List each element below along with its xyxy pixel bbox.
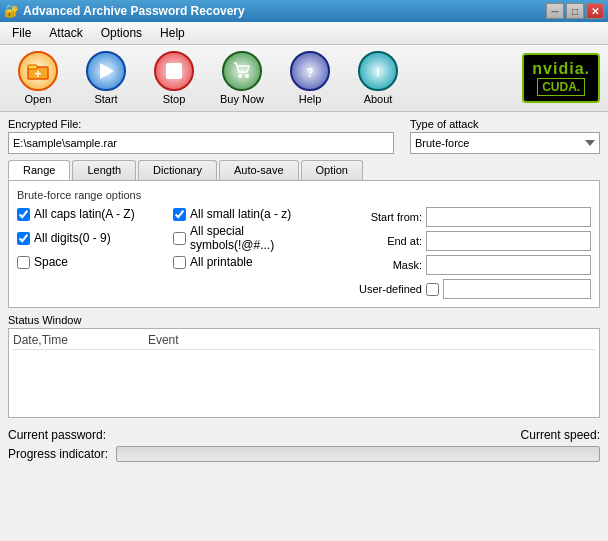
menu-help[interactable]: Help [152,24,193,42]
svg-marker-3 [100,63,114,79]
buynow-button[interactable]: Buy Now [212,49,272,107]
encrypted-file-input[interactable] [8,132,394,154]
status-window: Date,Time Event [8,328,600,418]
nvidia-text: nvidia. [532,60,590,78]
file-row: Encrypted File: Type of attack Brute-for… [8,118,600,154]
help-button[interactable]: ? Help [280,49,340,107]
start-from-input[interactable] [426,207,591,227]
buynow-icon [222,51,262,91]
user-defined-row: User-defined [342,279,591,299]
checkbox-printable[interactable]: All printable [173,255,326,269]
menu-options[interactable]: Options [93,24,150,42]
window-controls: ─ □ ✕ [546,3,604,19]
start-from-row: Start from: [342,207,591,227]
help-icon: ? [290,51,330,91]
end-at-label: End at: [342,235,422,247]
minimize-button[interactable]: ─ [546,3,564,19]
main-content: Encrypted File: Type of attack Brute-for… [0,112,608,424]
user-defined-checkbox[interactable] [426,283,439,296]
title-bar: 🔐 Advanced Archive Password Recovery ─ □… [0,0,608,22]
tab-dictionary[interactable]: Dictionary [138,160,217,180]
stop-label: Stop [163,93,186,105]
bf-checkboxes: All caps latin(A - Z) All small latin(a … [17,207,326,299]
start-icon [86,51,126,91]
start-button[interactable]: Start [76,49,136,107]
mask-row: Mask: [342,255,591,275]
open-button[interactable]: + Open [8,49,68,107]
options-panel: Brute-force range options All caps latin… [8,180,600,308]
tab-length[interactable]: Length [72,160,136,180]
bf-layout: All caps latin(A - Z) All small latin(a … [17,207,591,299]
checkbox-caps[interactable]: All caps latin(A - Z) [17,207,170,221]
checkbox-printable-input[interactable] [173,256,186,269]
end-at-row: End at: [342,231,591,251]
stop-button[interactable]: Stop [144,49,204,107]
col-datetime: Date,Time [13,333,68,347]
svg-point-5 [238,74,242,78]
nvidia-cuda-logo: nvidia. CUDA. [522,53,600,103]
user-defined-input[interactable] [443,279,591,299]
bf-fields: Start from: End at: Mask: User-defined [342,207,591,299]
buynow-label: Buy Now [220,93,264,105]
window-title: Advanced Archive Password Recovery [23,4,245,18]
stop-icon [154,51,194,91]
tab-autosave[interactable]: Auto-save [219,160,299,180]
svg-rect-4 [166,63,182,79]
menu-bar: File Attack Options Help [0,22,608,45]
end-at-input[interactable] [426,231,591,251]
attack-type-select[interactable]: Brute-force Dictionary Smart force Plain… [410,132,600,154]
user-defined-label: User-defined [342,283,422,295]
tabs: Range Length Dictionary Auto-save Option [8,160,600,180]
bottom-bar: Current password: Current speed: Progres… [0,424,608,466]
checkbox-space[interactable]: Space [17,255,170,269]
attack-group: Type of attack Brute-force Dictionary Sm… [410,118,600,154]
menu-file[interactable]: File [4,24,39,42]
start-label: Start [94,93,117,105]
start-from-label: Start from: [342,211,422,223]
about-icon: i [358,51,398,91]
status-section: Status Window Date,Time Event [8,314,600,418]
mask-input[interactable] [426,255,591,275]
checkbox-small[interactable]: All small latin(a - z) [173,207,326,221]
checkbox-special-input[interactable] [173,232,186,245]
menu-attack[interactable]: Attack [41,24,90,42]
checkbox-digits[interactable]: All digits(0 - 9) [17,224,170,252]
about-button[interactable]: i About [348,49,408,107]
bottom-row1: Current password: Current speed: [8,428,600,442]
svg-point-6 [245,74,249,78]
toolbar: + Open Start Stop Buy Now ? Help i About… [0,45,608,112]
checkbox-special[interactable]: All special symbols(!@#...) [173,224,326,252]
help-label: Help [299,93,322,105]
mask-label: Mask: [342,259,422,271]
svg-text:?: ? [306,66,313,80]
tab-range[interactable]: Range [8,160,70,180]
progress-bar [116,446,600,462]
tabs-container: Range Length Dictionary Auto-save Option… [8,160,600,308]
checkbox-caps-label: All caps latin(A - Z) [34,207,135,221]
current-speed-label: Current speed: [521,428,600,442]
app-icon: 🔐 [4,4,19,18]
checkbox-caps-input[interactable] [17,208,30,221]
maximize-button[interactable]: □ [566,3,584,19]
close-button[interactable]: ✕ [586,3,604,19]
checkbox-small-label: All small latin(a - z) [190,207,291,221]
checkbox-special-label: All special symbols(!@#...) [190,224,326,252]
panel-title: Brute-force range options [17,189,591,201]
progress-row: Progress indicator: [8,446,600,462]
col-event: Event [148,333,179,347]
attack-type-label: Type of attack [410,118,600,130]
encrypted-file-label: Encrypted File: [8,118,394,130]
open-icon: + [18,51,58,91]
current-password-label: Current password: [8,428,106,442]
cuda-text: CUDA. [537,78,585,96]
svg-text:+: + [34,67,41,81]
status-label: Status Window [8,314,600,326]
status-header: Date,Time Event [13,333,595,350]
checkbox-space-input[interactable] [17,256,30,269]
file-group: Encrypted File: [8,118,394,154]
checkbox-digits-input[interactable] [17,232,30,245]
checkbox-digits-label: All digits(0 - 9) [34,231,111,245]
about-label: About [364,93,393,105]
tab-option[interactable]: Option [301,160,363,180]
checkbox-small-input[interactable] [173,208,186,221]
